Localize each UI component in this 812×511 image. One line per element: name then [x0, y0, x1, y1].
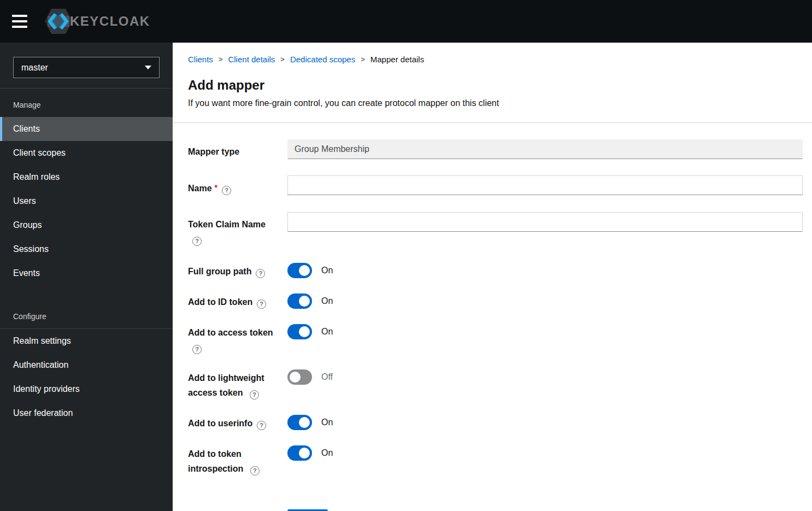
add-to-lightweight-access-token-row: Add to lightweight access token ? Off — [188, 369, 803, 400]
realm-selector-value: master — [21, 63, 48, 73]
page-header: Clients > Client details > Dedicated sco… — [173, 43, 812, 123]
masthead: KEYCLOAK — [0, 0, 812, 43]
add-to-userinfo-label-cell: Add to userinfo? — [188, 415, 287, 431]
token-claim-name-label: Token Claim Name — [188, 220, 266, 229]
add-to-id-token-toggle[interactable] — [287, 293, 312, 309]
mapper-type-label-cell: Mapper type — [188, 139, 287, 159]
toggle-knob — [299, 417, 310, 428]
toggle-knob — [299, 448, 310, 459]
chevron-right-icon: > — [280, 55, 285, 64]
add-to-userinfo-toggle[interactable] — [287, 415, 312, 430]
sidebar-item-events[interactable]: Events — [0, 261, 173, 285]
add-to-id-token-help-icon[interactable]: ? — [257, 299, 266, 309]
breadcrumb-clients[interactable]: Clients — [188, 55, 213, 64]
mapper-form: Mapper type Name*? Token Claim Name? — [173, 123, 812, 511]
add-to-token-introspection-label-cell: Add to token introspection ? — [188, 445, 287, 476]
breadcrumb-mapper-details: Mapper details — [370, 55, 424, 64]
chevron-down-icon — [145, 66, 151, 69]
add-to-lightweight-access-token-switch-cell: Off — [287, 369, 803, 400]
sidebar-item-realm-settings[interactable]: Realm settings — [0, 329, 173, 353]
page-subtitle: If you want more fine-grain control, you… — [188, 98, 797, 108]
hamburger-menu-icon[interactable] — [12, 15, 27, 28]
toggle-knob — [299, 296, 310, 307]
add-to-token-introspection-state: On — [321, 445, 333, 458]
add-to-id-token-label: Add to ID token — [188, 297, 252, 307]
sidebar-item-identity-providers[interactable]: Identity providers — [0, 377, 173, 401]
token-claim-name-input-cell — [287, 212, 803, 246]
mapper-type-input — [287, 139, 803, 159]
add-to-lightweight-access-token-label-cell: Add to lightweight access token ? — [188, 369, 287, 400]
add-to-access-token-label-cell: Add to access token ? — [188, 324, 287, 355]
add-to-access-token-toggle[interactable] — [287, 324, 312, 339]
sidebar-item-authentication[interactable]: Authentication — [0, 353, 173, 377]
sidebar-item-realm-roles[interactable]: Realm roles — [0, 165, 173, 189]
full-group-path-label: Full group path — [188, 267, 251, 276]
full-group-path-row: Full group path? On — [188, 263, 803, 279]
add-to-token-introspection-toggle[interactable] — [287, 445, 312, 461]
add-to-access-token-switch-cell: On — [287, 324, 803, 355]
keycloak-logo[interactable]: KEYCLOAK — [45, 7, 150, 36]
add-to-token-introspection-help-icon[interactable]: ? — [250, 466, 260, 475]
add-to-id-token-label-cell: Add to ID token? — [188, 293, 287, 309]
name-row: Name*? — [188, 175, 803, 196]
nav-group-label-manage: Manage — [0, 92, 173, 117]
add-to-userinfo-help-icon[interactable]: ? — [257, 421, 266, 430]
token-claim-name-row: Token Claim Name? — [188, 212, 803, 246]
sidebar-item-sessions[interactable]: Sessions — [0, 237, 173, 261]
toggle-knob — [290, 372, 301, 383]
mapper-type-input-cell — [287, 139, 803, 159]
full-group-path-switch-cell: On — [287, 263, 803, 279]
name-input-cell — [287, 175, 803, 196]
add-to-token-introspection-label: Add to token introspection — [188, 449, 243, 473]
full-group-path-toggle[interactable] — [287, 263, 312, 278]
required-asterisk: * — [215, 183, 217, 192]
realm-selector[interactable]: master — [13, 57, 160, 78]
sidebar: master Manage Clients Client scopes Real… — [0, 43, 173, 511]
page-title: Add mapper — [188, 77, 797, 93]
full-group-path-state: On — [321, 263, 333, 275]
add-to-token-introspection-row: Add to token introspection ? On — [188, 445, 803, 476]
breadcrumb-client-details[interactable]: Client details — [228, 55, 275, 64]
breadcrumb: Clients > Client details > Dedicated sco… — [188, 55, 797, 64]
name-input[interactable] — [287, 175, 803, 195]
chevron-right-icon: > — [219, 55, 223, 64]
add-to-token-introspection-switch-cell: On — [287, 445, 803, 476]
breadcrumb-dedicated-scopes[interactable]: Dedicated scopes — [290, 55, 355, 64]
add-to-lightweight-access-token-toggle[interactable] — [287, 369, 312, 385]
toggle-knob — [299, 265, 310, 276]
app-root: KEYCLOAK master Manage Clients Client sc… — [0, 0, 812, 511]
add-to-userinfo-label: Add to userinfo — [188, 419, 252, 428]
sidebar-item-users[interactable]: Users — [0, 189, 173, 213]
add-to-lightweight-access-token-state: Off — [321, 369, 333, 382]
full-group-path-help-icon[interactable]: ? — [256, 269, 265, 278]
token-claim-name-label-cell: Token Claim Name? — [188, 212, 287, 246]
sidebar-item-groups[interactable]: Groups — [0, 213, 173, 237]
keycloak-logo-text: KEYCLOAK — [70, 14, 150, 29]
token-claim-name-input[interactable] — [287, 212, 803, 232]
name-help-icon[interactable]: ? — [222, 186, 231, 195]
add-to-userinfo-row: Add to userinfo? On — [188, 415, 803, 431]
name-label-cell: Name*? — [188, 175, 287, 196]
add-to-id-token-state: On — [321, 293, 333, 306]
mapper-type-label: Mapper type — [188, 147, 239, 156]
add-to-id-token-row: Add to ID token? On — [188, 293, 803, 309]
add-to-lightweight-access-token-help-icon[interactable]: ? — [250, 390, 259, 400]
token-claim-name-help-icon[interactable]: ? — [192, 237, 202, 246]
chevron-right-icon: > — [361, 55, 365, 64]
add-to-userinfo-state: On — [321, 415, 333, 427]
keycloak-hexagon-icon — [45, 7, 72, 36]
add-to-userinfo-switch-cell: On — [287, 415, 803, 431]
sidebar-item-user-federation[interactable]: User federation — [0, 401, 173, 425]
mapper-type-row: Mapper type — [188, 139, 803, 159]
sidebar-nav: Manage Clients Client scopes Realm roles… — [0, 89, 173, 425]
realm-selector-container: master — [0, 43, 173, 89]
toggle-knob — [299, 326, 310, 337]
full-group-path-label-cell: Full group path? — [188, 263, 287, 279]
main-content: Clients > Client details > Dedicated sco… — [173, 43, 812, 511]
add-to-id-token-switch-cell: On — [287, 293, 803, 309]
name-label: Name — [188, 184, 212, 193]
nav-group-label-configure: Configure — [0, 285, 173, 329]
add-to-access-token-help-icon[interactable]: ? — [192, 345, 202, 354]
sidebar-item-client-scopes[interactable]: Client scopes — [0, 141, 173, 165]
sidebar-item-clients[interactable]: Clients — [0, 117, 173, 141]
